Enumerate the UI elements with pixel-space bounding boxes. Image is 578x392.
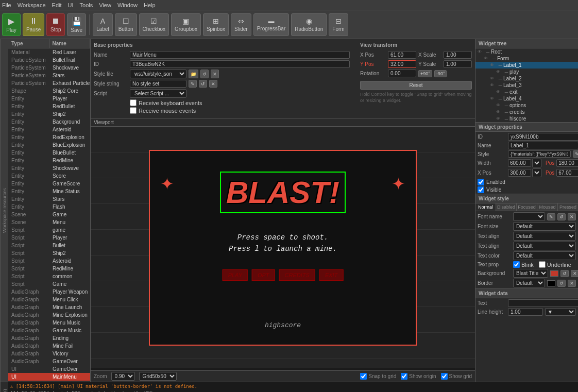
list-item[interactable]: AudioGraphMenu Click [8, 296, 90, 303]
list-item[interactable]: MaterialRed Laser [8, 48, 90, 56]
wdata-lineheight-input[interactable] [508, 308, 543, 316]
rotation-input[interactable] [388, 70, 416, 77]
wprop-style-input[interactable] [508, 150, 571, 158]
border-btn[interactable]: ↺ [557, 280, 566, 287]
text-color-select[interactable]: Default [513, 251, 576, 260]
background-btn[interactable]: ↺ [560, 270, 569, 277]
style-file-select[interactable]: ws://ui/style.json [130, 70, 186, 78]
tree-item[interactable]: 👁─hiscore [475, 115, 578, 122]
show-grid-checkbox[interactable] [441, 373, 448, 380]
style-string-input[interactable] [130, 80, 186, 88]
list-item[interactable]: AudioGraphGameOver [8, 357, 90, 365]
play-button[interactable]: ▶ Play [2, 13, 21, 36]
list-item[interactable]: ScriptPlayer [8, 234, 90, 242]
menu-file[interactable]: File [2, 2, 11, 8]
button-button[interactable]: ☐ Button [115, 13, 137, 36]
font-name-btn2[interactable]: ↺ [557, 213, 566, 220]
list-item[interactable]: ParticleSystemShockwave [8, 64, 90, 72]
list-item[interactable]: EntityBlueBullet [8, 149, 90, 157]
label-button[interactable]: A Label [93, 13, 112, 36]
text-align2-select[interactable]: Default [513, 242, 576, 250]
border-swatch[interactable] [547, 280, 555, 286]
show-origin-checkbox[interactable] [401, 373, 407, 380]
font-size-select[interactable]: Default [513, 222, 576, 231]
receive-keyboard-checkbox[interactable] [130, 99, 137, 106]
list-item[interactable]: EntityMine Status [8, 188, 90, 195]
list-item[interactable]: EntityShip2 [8, 110, 90, 118]
list-item[interactable]: EntityBlueExplosion [8, 141, 90, 149]
list-item[interactable]: EntityFlash [8, 203, 90, 211]
wprop-width-unit[interactable]: ▼ [532, 159, 541, 167]
menu-workspace[interactable]: Workspace [18, 2, 46, 8]
list-item[interactable]: EntityStars [8, 195, 90, 203]
list-item[interactable]: ScriptRedMine [8, 265, 90, 272]
zoom-select[interactable]: 0.90 [111, 372, 135, 381]
form-button[interactable]: ⊟ Form [329, 13, 348, 36]
save-button[interactable]: 💾 Save [67, 13, 86, 36]
list-item[interactable]: AudioGraphMine Explosion [8, 311, 90, 319]
grid-select[interactable]: Grid50x50 [139, 372, 177, 381]
list-item[interactable]: ScriptGame [8, 280, 90, 288]
wdata-lineheight-unit[interactable]: ▼ [545, 308, 576, 316]
progressbar-button[interactable]: ▬ ProgressBar [253, 13, 290, 36]
wprop-id-input[interactable] [508, 133, 578, 141]
menu-tools[interactable]: Tools [80, 2, 93, 8]
style-file-refresh[interactable]: ↺ [200, 70, 209, 78]
list-item[interactable]: ParticleSystemBulletTrail [8, 56, 90, 64]
rot-minus90-button[interactable]: -90° [434, 70, 447, 77]
tab-disabled[interactable]: Disabled [496, 203, 517, 211]
tree-item[interactable]: 👁─exit [475, 89, 578, 95]
background-select[interactable]: Blast Title [513, 269, 548, 278]
list-item[interactable]: ShapeShip2 Core [8, 87, 90, 95]
font-name-btn1[interactable]: ✎ [547, 213, 555, 220]
wprop-xpos-unit[interactable]: ▼ [532, 168, 541, 177]
groupbox-button[interactable]: ▣ Groupbox [171, 13, 201, 36]
style-string-btn3[interactable]: ✕ [209, 80, 217, 88]
tab-moused[interactable]: Moused [537, 203, 558, 211]
blink-checkbox[interactable] [513, 261, 520, 268]
snap-to-grid-checkbox[interactable] [360, 373, 367, 380]
tree-item[interactable]: 👁─Label_1 [475, 62, 578, 69]
background-swatch[interactable] [550, 270, 558, 277]
list-item[interactable]: EntityGameScore [8, 180, 90, 188]
wprop-xpos-input[interactable] [508, 169, 531, 177]
list-item[interactable]: Scriptgame [8, 226, 90, 234]
tree-item[interactable]: 👁─Root [475, 48, 578, 55]
tree-item[interactable]: 👁─credits [475, 109, 578, 115]
list-item[interactable]: UIMainMenu [8, 373, 90, 381]
name-input[interactable] [130, 51, 350, 59]
wprop-name-input[interactable] [508, 142, 578, 149]
receive-mouse-checkbox[interactable] [130, 107, 137, 114]
tree-item[interactable]: 👁─Label_4 [475, 95, 578, 102]
border-clear-btn[interactable]: ✕ [568, 280, 576, 287]
tree-item[interactable]: 👁─Label_3 [475, 82, 578, 89]
wprop-width-input[interactable] [508, 159, 531, 167]
list-item[interactable]: SceneGame [8, 211, 90, 218]
list-item[interactable]: AudioGraphPlayer Weapon [8, 288, 90, 296]
tab-pressed[interactable]: Pressed [558, 203, 578, 211]
list-item[interactable]: EntityRedExplosion [8, 133, 90, 141]
border-select[interactable]: Default [513, 279, 545, 287]
menu-help[interactable]: Help [144, 2, 156, 8]
list-item[interactable]: UICredits [8, 381, 90, 382]
menu-btn-play[interactable]: PLAY [223, 269, 248, 281]
underline-checkbox[interactable] [539, 261, 546, 268]
xscale-input[interactable] [444, 51, 472, 59]
wprop-height-input[interactable] [556, 159, 578, 167]
tree-item[interactable]: 👁─play [475, 69, 578, 75]
list-item[interactable]: AudioGraphEnding [8, 334, 90, 342]
checkbox-button[interactable]: ☑ Checkbox [139, 13, 169, 36]
menu-edit[interactable]: Edit [52, 2, 62, 8]
menu-btn-opt[interactable]: OPT [252, 269, 275, 281]
font-name-select[interactable] [513, 212, 545, 221]
list-item[interactable]: EntityRedBullet [8, 103, 90, 110]
style-string-btn2[interactable]: ↺ [199, 80, 207, 88]
menu-view[interactable]: View [99, 2, 111, 8]
list-item[interactable]: EntityPlayer [8, 95, 90, 103]
radiobutton-button[interactable]: ◉ RadioButton [291, 13, 327, 36]
font-name-btn3[interactable]: ✕ [568, 213, 576, 220]
wprop-ypos-input[interactable] [556, 169, 578, 177]
wprop-enabled-checkbox[interactable] [478, 179, 484, 185]
spinbox-button[interactable]: ⊞ Spinbox [203, 13, 229, 36]
list-item[interactable]: UIGameOver [8, 365, 90, 373]
